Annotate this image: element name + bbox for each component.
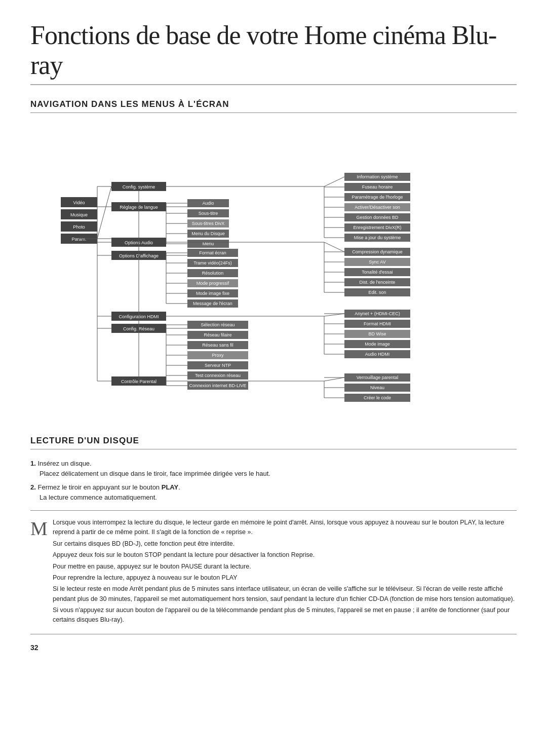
svg-line-144 (324, 314, 344, 316)
svg-text:BD Wise: BD Wise (368, 331, 386, 336)
svg-line-127 (324, 242, 344, 252)
note-block: M Lorsque vous interrompez la lecture du… (30, 510, 517, 634)
note-line-5: Pour reprendre la lecture, appuyez à nou… (53, 573, 517, 583)
svg-text:Mode image: Mode image (365, 342, 390, 347)
svg-text:Sélection réseau: Sélection réseau (201, 322, 235, 327)
note-line-7: Si vous n'appuyez sur aucun bouton de l'… (53, 606, 517, 625)
svg-text:Enregistrement DivX(R): Enregistrement DivX(R) (353, 225, 401, 230)
svg-text:Verrouillage parental: Verrouillage parental (357, 375, 399, 380)
note-text: Lorsque vous interrompez la lecture du d… (53, 518, 517, 627)
section2-heading: LECTURE D'UN DISQUE (30, 436, 517, 449)
svg-text:Proxy: Proxy (212, 353, 224, 358)
step2-bold: PLAY (162, 483, 178, 491)
svg-text:Réseau filaire: Réseau filaire (204, 332, 231, 337)
svg-text:Tonalité d'essai: Tonalité d'essai (362, 270, 393, 275)
note-letter: M (30, 518, 47, 627)
step1-sub: Placez délicatement un disque dans le ti… (30, 470, 270, 477)
svg-text:Menu du Disque: Menu du Disque (191, 231, 225, 236)
note-line-2: Sur certains disques BD (BD-J), cette fo… (53, 539, 517, 549)
svg-text:Niveau: Niveau (370, 385, 384, 390)
svg-text:Edit. son: Edit. son (368, 290, 386, 295)
svg-text:Photo: Photo (73, 224, 85, 230)
svg-text:Compression dynamique: Compression dynamique (352, 249, 403, 254)
svg-line-11 (97, 186, 111, 239)
svg-text:Réseau sans fil: Réseau sans fil (202, 343, 233, 348)
step1-num: 1. (30, 460, 36, 467)
page-number: 32 (30, 644, 517, 652)
svg-line-157 (324, 377, 344, 381)
svg-text:Param.: Param. (71, 237, 86, 242)
svg-text:Audio: Audio (202, 201, 214, 206)
diagram-svg: .box-dark { fill: #444; } .box-mid { fil… (30, 122, 517, 416)
svg-text:Résolution: Résolution (202, 271, 224, 276)
svg-text:Mise a jour du système: Mise a jour du système (354, 235, 401, 240)
svg-text:Vidéo: Vidéo (73, 200, 85, 205)
svg-line-109 (324, 177, 344, 186)
svg-text:Message de l'écran: Message de l'écran (193, 301, 232, 306)
svg-text:Activer/Désactiver son: Activer/Désactiver son (355, 205, 400, 210)
lecture-steps: 1. Insérez un disque. Placez délicatemen… (30, 459, 517, 502)
svg-text:Sous-titres DivX: Sous-titres DivX (192, 221, 225, 226)
svg-text:Trame vidéo(24Fs): Trame vidéo(24Fs) (193, 260, 232, 266)
svg-text:Anynet + (HDMI-CEC): Anynet + (HDMI-CEC) (355, 311, 400, 316)
svg-text:Config. système: Config. système (123, 184, 155, 190)
svg-text:Format écran: Format écran (199, 250, 226, 255)
svg-text:Connexion internet BD-LIVE: Connexion internet BD-LIVE (189, 383, 246, 388)
step1-text: Insérez un disque. (37, 460, 91, 467)
svg-text:Paramétrage de l'horloge: Paramétrage de l'horloge (352, 195, 403, 200)
step2-num: 2. (30, 483, 36, 491)
note-line-4: Pour mettre en pause, appuyez sur le bou… (53, 562, 517, 572)
svg-text:Mode progressif: Mode progressif (197, 281, 229, 286)
svg-text:Test connexion réseau: Test connexion réseau (195, 373, 241, 378)
svg-text:Fuseau horaire: Fuseau horaire (362, 184, 393, 190)
svg-text:Format HDMI: Format HDMI (364, 321, 391, 326)
step2-text: Fermez le tiroir en appuyant sur le bout… (37, 483, 161, 491)
step-2: 2. Fermez le tiroir en appuyant sur le b… (30, 482, 517, 502)
lecture-section: 1. Insérez un disque. Placez délicatemen… (30, 459, 517, 634)
section1-heading: NAVIGATION DANS LES MENUS À L'ÉCRAN (30, 99, 517, 113)
svg-text:Serveur NTP: Serveur NTP (205, 363, 231, 368)
note-line-6: Si le lecteur reste en mode Arrêt pendan… (53, 584, 517, 604)
svg-text:Musique: Musique (70, 212, 88, 217)
svg-text:Dist. de l'enceinte: Dist. de l'enceinte (360, 280, 396, 285)
svg-text:Information système: Information système (357, 174, 398, 179)
menu-diagram: .box-dark { fill: #444; } .box-mid { fil… (30, 122, 517, 418)
svg-text:Sync AV: Sync AV (369, 259, 385, 264)
svg-text:Gestion données BD: Gestion données BD (356, 215, 399, 220)
page-title: Fonctions de base de votre Home cinéma B… (30, 20, 517, 85)
svg-text:Mode image fixe: Mode image fixe (196, 291, 229, 296)
step-1: 1. Insérez un disque. Placez délicatemen… (30, 459, 517, 478)
step2-sub: La lecture commence automatiquement. (30, 494, 157, 501)
note-line-3: Appuyez deux fois sur le bouton STOP pen… (53, 550, 517, 560)
svg-text:Sous-titre: Sous-titre (199, 211, 218, 216)
note-line-1: Lorsque vous interrompez la lecture du d… (53, 518, 517, 538)
svg-text:Audio HDMI: Audio HDMI (365, 352, 390, 357)
svg-text:Créer le code: Créer le code (364, 395, 391, 400)
